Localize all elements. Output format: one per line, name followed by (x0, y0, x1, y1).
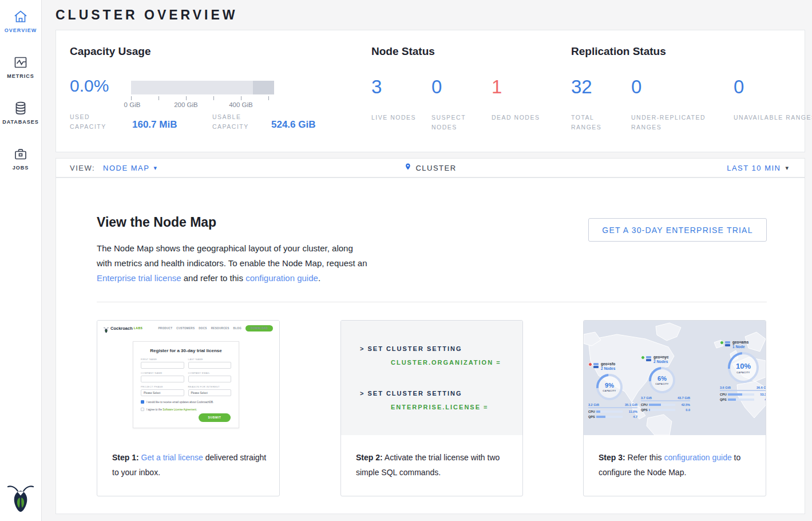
cluster-summary-card: Capacity Usage 0.0% 0 GiB 200 GiB 400 Gi… (56, 30, 805, 152)
live-nodes-value: 3 (371, 76, 382, 98)
qps-value: 4.4 (765, 398, 766, 401)
unavailable-ranges-value: 0 (734, 76, 744, 98)
capacity-percent: 0.0% (70, 76, 109, 96)
checkbox-checked-icon (141, 400, 144, 404)
capacity-percent: 9% (605, 382, 614, 389)
locality-node-count: 2 Nodes (601, 366, 615, 371)
field-label: COMPANY EMAIL (188, 372, 232, 374)
map-node-nyc: geo=nyc 2 Nodes 6% CAPACITY 3.7 GiB 43 (641, 355, 690, 412)
capacity-donut: 6% CAPACITY (649, 367, 675, 393)
dead-status-icon (588, 362, 592, 366)
view-selector[interactable]: NODE MAP (103, 164, 149, 172)
configuration-guide-link[interactable]: configuration guide (664, 453, 731, 462)
enterprise-trial-button[interactable]: GET A 30-DAY ENTERPRISE TRIAL (588, 218, 767, 242)
sidebar-item-jobs[interactable]: JOBS (0, 147, 41, 171)
optin-checkbox-label: I would like to receive email updates ab… (146, 401, 213, 404)
sidebar-item-label: JOBS (0, 165, 41, 171)
step-3-card: geo=sfo 2 Nodes 9% CAPACITY 3.2 GiB 35 (583, 320, 766, 496)
configuration-guide-link[interactable]: configuration guide (245, 273, 318, 283)
cpu-value: 42.5% (681, 403, 690, 406)
capacity-used: 3.7 GiB (641, 396, 652, 400)
field-label: FIRST NAME (141, 358, 184, 361)
field-label: REASON FOR INTEREST (188, 385, 232, 388)
cpu-label: CPU (720, 393, 728, 396)
trial-registration-form: Register for a 30-day trial license FIRS… (133, 341, 239, 428)
nav-item: BLOG (233, 327, 241, 330)
logo-suffix: LABS (134, 326, 143, 330)
step-label: Step 3: (599, 453, 625, 462)
unavailable-ranges-label: UNAVAILABLE RANGES (734, 113, 812, 123)
chevron-down-icon[interactable]: ▾ (153, 164, 157, 172)
step-1-caption: Step 1: Get a trial license delivered st… (97, 435, 279, 480)
capacity-percent: 10% (736, 362, 751, 370)
step-label: Step 2: (356, 453, 383, 462)
database-icon (13, 101, 28, 116)
submit-button: SUBMIT (199, 413, 231, 422)
agree-checkbox-label: I agree to the Software License Agreemen… (146, 408, 197, 411)
locality-name: geo=ams (732, 340, 748, 345)
logo-text: Cockroach (110, 326, 133, 331)
step-2-caption: Step 2: Activate the trial license with … (341, 435, 522, 480)
cpu-value: 53.3% (760, 393, 766, 396)
dead-nodes-value: 1 (492, 76, 502, 98)
dead-nodes-label: DEAD NODES (492, 113, 544, 123)
step-label: Step 1: (112, 453, 139, 462)
capacity-usage-title: Capacity Usage (70, 45, 151, 58)
time-range-value[interactable]: LAST 10 MIN (727, 164, 781, 172)
nav-item: PRODUCT (158, 327, 172, 330)
live-status-icon (720, 341, 724, 345)
sql-prompt: > SET CLUSTER SETTING (360, 390, 462, 397)
reason-select: Please Select (188, 389, 232, 396)
qps-label: QPS (588, 415, 596, 419)
sidebar-item-label: OVERVIEW (0, 27, 41, 33)
mini-cockroach-logo: Cockroach LABS (104, 325, 142, 331)
sidebar-item-overview[interactable]: OVERVIEW (0, 9, 41, 33)
metrics-icon (13, 55, 28, 70)
capacity-total: 43.7 GiB (678, 396, 690, 400)
sidebar-item-metrics[interactable]: METRICS (0, 55, 41, 79)
live-status-icon (641, 356, 645, 360)
capacity-total: 36.6 GiB (756, 386, 766, 389)
step-1-card: Cockroach LABS PRODUCT CUSTOMERS DOCS RE… (97, 320, 280, 496)
agree-text: I agree to the (146, 408, 163, 411)
view-bar: VIEW: NODE MAP ▾ CLUSTER LAST 10 MIN ▾ (56, 158, 805, 177)
download-button: DOWNLOAD (245, 325, 273, 331)
tick-label: 0 GiB (124, 101, 141, 108)
breadcrumb-cluster: CLUSTER (415, 164, 456, 172)
capacity-label: CAPACITY (655, 382, 668, 385)
last-name-input (188, 362, 232, 369)
capacity-percent: 6% (657, 375, 667, 382)
time-range-selector[interactable]: LAST 10 MIN ▾ (727, 159, 789, 177)
cockroachdb-logo (7, 483, 34, 514)
get-trial-license-link[interactable]: Get a trial license (141, 453, 203, 462)
capacity-bar (131, 81, 274, 94)
capacity-total: 35.1 GiB (625, 403, 637, 406)
sidebar-item-label: METRICS (0, 73, 41, 79)
node-map-panel: View the Node Map The Node Map shows the… (56, 177, 805, 514)
enterprise-trial-license-link[interactable]: Enterprise trial license (97, 273, 181, 283)
node-map-preview: geo=sfo 2 Nodes 9% CAPACITY 3.2 GiB 35 (584, 321, 766, 435)
view-label: VIEW: (70, 164, 95, 172)
step-3-caption: Step 3: Refer this configuration guide t… (584, 435, 766, 480)
map-node-sfo: geo=sfo 2 Nodes 9% CAPACITY 3.2 GiB 35 (588, 362, 637, 419)
form-title: Register for a 30-day trial license (133, 348, 239, 353)
suspect-nodes-label: SUSPECT NODES (431, 113, 484, 132)
sql-commands-illustration: > SET CLUSTER SETTING CLUSTER.ORGANIZATI… (341, 321, 522, 435)
locality-name: geo=nyc (653, 355, 669, 360)
company-name-input (141, 376, 184, 382)
node-map-heading: View the Node Map (97, 215, 216, 230)
chevron-down-icon[interactable]: ▾ (785, 164, 789, 172)
location-pin-icon (404, 162, 411, 173)
usable-capacity-value: 524.6 GiB (271, 119, 316, 131)
live-nodes-label: LIVE NODES (371, 113, 424, 123)
under-replicated-ranges-label: UNDER-REPLICATED RANGES (631, 113, 726, 132)
briefcase-icon (13, 147, 28, 161)
locality-node-count: 2 Nodes (653, 360, 669, 364)
sidebar-item-databases[interactable]: DATABASES (0, 101, 41, 125)
node-cube-icon (646, 356, 652, 362)
nav-item: RESOURCES (211, 327, 229, 330)
suspect-nodes-value: 0 (431, 76, 442, 98)
cpu-label: CPU (588, 410, 596, 413)
locality-name: geo=sfo (601, 362, 615, 366)
qps-label: QPS (720, 398, 728, 401)
